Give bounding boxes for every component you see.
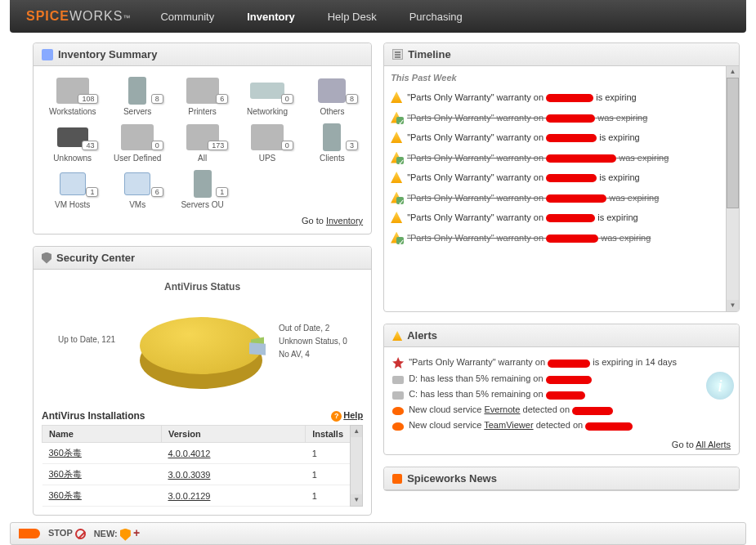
- warning-icon: [391, 132, 402, 143]
- disk-icon: [392, 391, 404, 400]
- security-center-header: Security Center: [34, 247, 371, 270]
- timeline-section: This Past Week: [387, 71, 736, 87]
- warning-check-icon: [391, 191, 402, 203]
- inv-unknowns[interactable]: 43Unknowns: [42, 121, 103, 163]
- inv-userdefined[interactable]: 0User Defined: [106, 121, 168, 163]
- goto-inventory: Go to Inventory: [42, 216, 363, 226]
- av-installs-title: AntiVirus Installations: [42, 410, 145, 422]
- new-label: NEW: +: [94, 526, 140, 541]
- alert-item[interactable]: C: has less than 5% remaining on: [392, 386, 731, 402]
- timeline-item[interactable]: "Parts Only Warranty" warranty on was ex…: [387, 188, 736, 208]
- table-row[interactable]: 360杀毒3.0.0.30391: [42, 464, 363, 485]
- label-noav: No AV, 4: [279, 350, 310, 359]
- plus-icon[interactable]: +: [133, 526, 140, 539]
- alert-item[interactable]: New cloud service Evernote detected on: [392, 402, 731, 418]
- col-name[interactable]: Name: [42, 426, 162, 443]
- timeline-header: Timeline: [384, 43, 739, 66]
- alert-item[interactable]: New cloud service TeamViewer detected on: [392, 418, 731, 433]
- timeline-item[interactable]: "Parts Only Warranty" warranty on is exp…: [387, 127, 736, 148]
- warning-check-icon: [391, 231, 402, 243]
- news-header: Spiceworks News: [384, 467, 739, 490]
- inv-serversou[interactable]: 1Servers OU: [172, 168, 233, 209]
- timeline-item[interactable]: "Parts Only Warranty" warranty on is exp…: [387, 208, 736, 228]
- alerts-panel: Alerts i "Parts Only Warranty" warranty …: [383, 324, 740, 455]
- ribbon-icon: [392, 357, 404, 369]
- av-install-table: Name Version Installs 360杀毒4.0.0.40121 3…: [42, 425, 363, 507]
- inv-others[interactable]: 8Others: [302, 74, 363, 116]
- stop-label: STOP: [48, 528, 86, 539]
- inv-vmhosts[interactable]: 1VM Hosts: [42, 168, 103, 209]
- bottom-bar: STOP NEW: +: [10, 522, 746, 545]
- inv-ups[interactable]: 0UPS: [236, 121, 297, 163]
- shield-new-icon[interactable]: [120, 529, 131, 541]
- inv-servers[interactable]: 8Servers: [106, 74, 168, 116]
- warning-check-icon: [391, 151, 402, 163]
- feed-icon: [392, 474, 402, 484]
- timeline-item[interactable]: "Parts Only Warranty" warranty on was ex…: [387, 148, 736, 168]
- av-scrollbar[interactable]: ▲▼: [350, 425, 363, 507]
- logo: SPICEWORKS™: [26, 9, 131, 24]
- goto-alerts-link[interactable]: All Alerts: [696, 440, 731, 449]
- warning-check-icon: [391, 111, 402, 123]
- label-unknown: Unknown Status, 0: [279, 337, 347, 346]
- cloud-icon: [392, 407, 404, 415]
- label-outofdate: Out of Date, 2: [279, 324, 329, 333]
- timeline-icon: [392, 49, 403, 60]
- warning-icon: [391, 92, 402, 103]
- timeline-item[interactable]: "Parts Only Warranty" warranty on is exp…: [387, 168, 736, 188]
- timeline-item[interactable]: "Parts Only Warranty" warranty on was ex…: [387, 108, 736, 128]
- inventory-summary-panel: Inventory Summary 108Workstations 8Serve…: [33, 42, 372, 235]
- inv-all[interactable]: 173All: [172, 121, 233, 163]
- nav-items: Community Inventory Help Desk Purchasing: [155, 1, 467, 33]
- alerts-header: Alerts: [384, 324, 739, 347]
- inv-vms[interactable]: 6VMs: [106, 168, 168, 209]
- news-panel: Spiceworks News: [383, 467, 740, 491]
- warning-icon: [391, 212, 402, 223]
- inv-workstations[interactable]: 108Workstations: [42, 74, 103, 116]
- nav-purchasing[interactable]: Purchasing: [405, 1, 467, 33]
- info-icon[interactable]: i: [706, 372, 734, 400]
- shield-icon: [42, 252, 51, 264]
- inv-networking[interactable]: 0Networking: [236, 74, 297, 116]
- table-row[interactable]: 360杀毒3.0.0.21291: [42, 485, 363, 507]
- alert-icon: [392, 331, 402, 341]
- table-row[interactable]: 360杀毒4.0.0.40121: [42, 443, 363, 464]
- warning-icon: [391, 172, 402, 183]
- cloud-icon: [392, 422, 404, 431]
- chart-title: AntiVirus Status: [42, 281, 363, 293]
- antivirus-pie-chart: Up to Date, 121 Out of Date, 2 Unknown S…: [42, 301, 363, 407]
- label-uptodate: Up to Date, 121: [58, 335, 115, 344]
- timeline-item[interactable]: "Parts Only Warranty" warranty on was ex…: [387, 228, 736, 248]
- nav-community[interactable]: Community: [155, 1, 219, 33]
- nav-helpdesk[interactable]: Help Desk: [323, 1, 382, 33]
- inv-clients[interactable]: 3Clients: [302, 121, 363, 163]
- disk-icon: [392, 376, 404, 384]
- timeline-item[interactable]: "Parts Only Warranty" warranty on is exp…: [387, 87, 736, 108]
- security-center-panel: Security Center AntiVirus Status Up to D…: [33, 246, 372, 516]
- top-nav: SPICEWORKS™ Community Inventory Help Des…: [10, 0, 746, 33]
- swoosh-icon: [19, 529, 40, 538]
- timeline-scrollbar[interactable]: ▲▼: [726, 66, 739, 311]
- goto-alerts: Go to All Alerts: [392, 440, 731, 449]
- col-version[interactable]: Version: [161, 426, 305, 443]
- alert-item[interactable]: D: has less than 5% remaining on: [392, 371, 731, 386]
- inv-printers[interactable]: 6Printers: [172, 74, 233, 116]
- help-link[interactable]: ?Help: [331, 410, 363, 422]
- inventory-icon: [42, 49, 53, 60]
- goto-inventory-link[interactable]: Inventory: [326, 216, 363, 226]
- stop-icon[interactable]: [75, 529, 86, 539]
- inventory-summary-header: Inventory Summary: [34, 43, 371, 66]
- alert-item[interactable]: "Parts Only Warranty" warranty on is exp…: [392, 354, 731, 371]
- nav-inventory[interactable]: Inventory: [242, 1, 300, 33]
- timeline-panel: Timeline This Past Week "Parts Only Warr…: [383, 42, 740, 312]
